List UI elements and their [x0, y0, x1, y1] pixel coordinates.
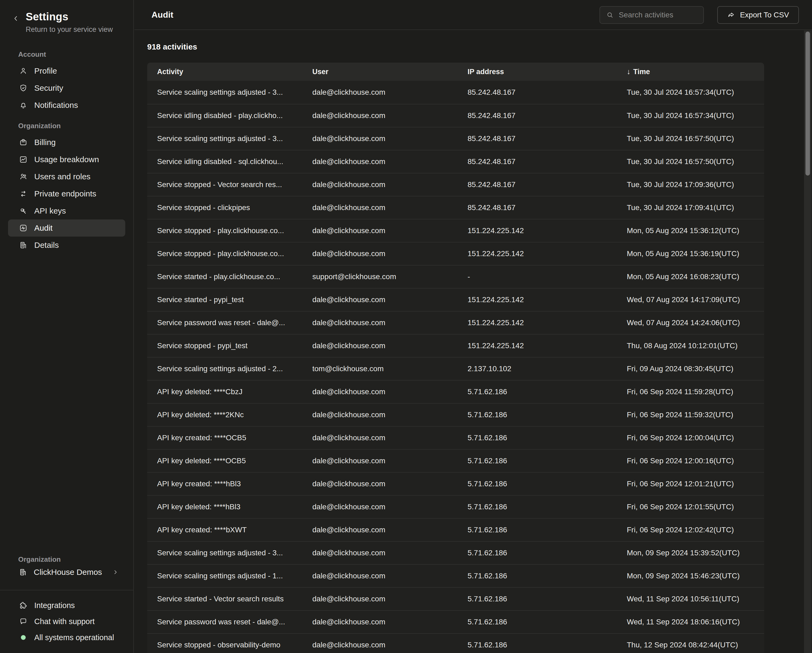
cell-time: Tue, 30 Jul 2024 16:57:50(UTC)	[617, 134, 764, 143]
account-section-label: Account	[0, 50, 133, 59]
cell-ip: 5.71.62.186	[458, 456, 617, 465]
cell-user: dale@clickhouse.com	[302, 203, 458, 212]
users-icon	[19, 172, 28, 181]
sort-desc-icon: ↓	[627, 67, 630, 76]
cell-time: Wed, 07 Aug 2024 14:24:06(UTC)	[617, 319, 764, 327]
org-switcher[interactable]: ClickHouse Demos	[8, 564, 125, 581]
user-icon	[19, 67, 28, 75]
sidebar-item-billing[interactable]: Billing	[8, 134, 125, 151]
building-icon	[19, 241, 28, 249]
table-row[interactable]: Service started - play.clickhouse.co... …	[147, 265, 764, 288]
table-row[interactable]: Service stopped - clickpipes dale@clickh…	[147, 196, 764, 219]
column-header-user[interactable]: User	[302, 68, 458, 76]
chat-with-support-link[interactable]: Chat with support	[8, 613, 125, 629]
table-row[interactable]: Service started - pypi_test dale@clickho…	[147, 288, 764, 311]
cell-ip: 151.224.225.142	[458, 249, 617, 258]
cell-time: Fri, 06 Sep 2024 11:59:28(UTC)	[617, 388, 764, 396]
table-row[interactable]: API key created: ****bXWT dale@clickhous…	[147, 518, 764, 541]
settings-subtitle[interactable]: Return to your service view	[26, 26, 113, 34]
org-switcher-name: ClickHouse Demos	[34, 568, 102, 577]
chat-bubble-icon	[19, 617, 28, 626]
scrollbar-thumb[interactable]	[806, 32, 810, 175]
cell-activity: API key deleted: ****2KNc	[147, 410, 302, 419]
cell-time: Tue, 30 Jul 2024 16:57:50(UTC)	[617, 157, 764, 166]
cell-ip: 5.71.62.186	[458, 641, 617, 649]
table-row[interactable]: Service scaling settings adjusted - 3...…	[147, 127, 764, 150]
table-row[interactable]: Service stopped - play.clickhouse.co... …	[147, 219, 764, 242]
table-row[interactable]: Service scaling settings adjusted - 3...…	[147, 81, 764, 104]
search-icon	[606, 11, 614, 19]
cell-user: support@clickhouse.com	[302, 272, 458, 281]
export-arrow-icon	[727, 11, 735, 19]
table-row[interactable]: API key deleted: ****hBl3 dale@clickhous…	[147, 495, 764, 518]
cell-activity: Service scaling settings adjusted - 3...	[147, 88, 302, 97]
status-ok-dot-icon	[21, 635, 26, 640]
table-row[interactable]: Service stopped - play.clickhouse.co... …	[147, 242, 764, 265]
cell-user: dale@clickhouse.com	[302, 595, 458, 603]
table-row[interactable]: Service scaling settings adjusted - 1...…	[147, 564, 764, 587]
cell-ip: 5.71.62.186	[458, 526, 617, 534]
cell-ip: 151.224.225.142	[458, 226, 617, 235]
sidebar-item-security[interactable]: Security	[8, 79, 125, 97]
puzzle-icon	[19, 601, 28, 610]
table-row[interactable]: API key deleted: ****OCB5 dale@clickhous…	[147, 449, 764, 472]
table-row[interactable]: Service stopped - pypi_test dale@clickho…	[147, 334, 764, 357]
sidebar-item-label: Audit	[34, 223, 52, 233]
table-row[interactable]: Service stopped - observability-demo dal…	[147, 633, 764, 653]
cell-user: dale@clickhouse.com	[302, 572, 458, 580]
sidebar-item-notifications[interactable]: Notifications	[8, 97, 125, 114]
cell-time: Tue, 30 Jul 2024 17:09:36(UTC)	[617, 180, 764, 189]
sidebar-item-label: Billing	[34, 138, 56, 147]
sidebar-item-users-and-roles[interactable]: Users and roles	[8, 168, 125, 185]
cell-time: Thu, 12 Sep 2024 08:42:44(UTC)	[617, 641, 764, 649]
column-header-time[interactable]: ↓ Time	[617, 67, 764, 76]
cell-user: dale@clickhouse.com	[302, 226, 458, 235]
sidebar-item-details[interactable]: Details	[8, 236, 125, 254]
table-row[interactable]: Service started - Vector search results …	[147, 587, 764, 610]
cell-activity: Service idling disabled - play.clickho..…	[147, 111, 302, 120]
search-input[interactable]	[619, 11, 715, 19]
cell-user: dale@clickhouse.com	[302, 641, 458, 649]
cell-ip: 151.224.225.142	[458, 319, 617, 327]
status-label: All systems operational	[34, 633, 114, 642]
cell-ip: 85.242.48.167	[458, 134, 617, 143]
sidebar-item-label: Notifications	[34, 101, 78, 110]
table-row[interactable]: API key deleted: ****CbzJ dale@clickhous…	[147, 380, 764, 403]
sidebar-item-audit[interactable]: Audit	[8, 220, 125, 236]
cell-user: dale@clickhouse.com	[302, 88, 458, 97]
cell-user: dale@clickhouse.com	[302, 503, 458, 511]
table-row[interactable]: API key created: ****hBl3 dale@clickhous…	[147, 472, 764, 495]
cell-ip: 85.242.48.167	[458, 203, 617, 212]
organization-section-label: Organization	[0, 122, 133, 130]
search-activities-box[interactable]	[600, 6, 704, 24]
column-header-activity[interactable]: Activity	[147, 68, 302, 76]
system-status[interactable]: All systems operational	[8, 629, 125, 645]
column-header-ip[interactable]: IP address	[458, 68, 617, 76]
cell-ip: 85.242.48.167	[458, 157, 617, 166]
cell-time: Tue, 30 Jul 2024 16:57:34(UTC)	[617, 88, 764, 97]
table-row[interactable]: API key deleted: ****2KNc dale@clickhous…	[147, 403, 764, 426]
sidebar-item-api-keys[interactable]: API keys	[8, 202, 125, 220]
sidebar-item-usage-breakdown[interactable]: Usage breakdown	[8, 151, 125, 168]
sidebar-item-private-endpoints[interactable]: Private endpoints	[8, 185, 125, 202]
table-row[interactable]: Service password was reset - dale@... da…	[147, 311, 764, 334]
table-row[interactable]: Service idling disabled - play.clickho..…	[147, 104, 764, 127]
cell-user: dale@clickhouse.com	[302, 296, 458, 304]
table-row[interactable]: Service stopped - Vector search res... d…	[147, 173, 764, 196]
table-row[interactable]: API key created: ****OCB5 dale@clickhous…	[147, 426, 764, 449]
sidebar-item-profile[interactable]: Profile	[8, 63, 125, 79]
cell-time: Tue, 30 Jul 2024 17:09:41(UTC)	[617, 203, 764, 212]
cell-activity: Service password was reset - dale@...	[147, 319, 302, 327]
cell-time: Fri, 06 Sep 2024 12:01:21(UTC)	[617, 479, 764, 488]
scrollbar-track[interactable]	[804, 31, 812, 653]
table-row[interactable]: Service scaling settings adjusted - 2...…	[147, 357, 764, 380]
export-to-csv-button[interactable]: Export To CSV	[717, 6, 799, 24]
table-row[interactable]: Service idling disabled - sql.clickhou..…	[147, 150, 764, 173]
back-chevron-icon[interactable]	[12, 14, 20, 23]
table-row[interactable]: Service scaling settings adjusted - 3...…	[147, 541, 764, 564]
cell-ip: 85.242.48.167	[458, 111, 617, 120]
integrations-link[interactable]: Integrations	[8, 597, 125, 613]
shield-check-icon	[19, 84, 28, 92]
table-row[interactable]: Service password was reset - dale@... da…	[147, 610, 764, 633]
cell-activity: Service stopped - pypi_test	[147, 342, 302, 350]
